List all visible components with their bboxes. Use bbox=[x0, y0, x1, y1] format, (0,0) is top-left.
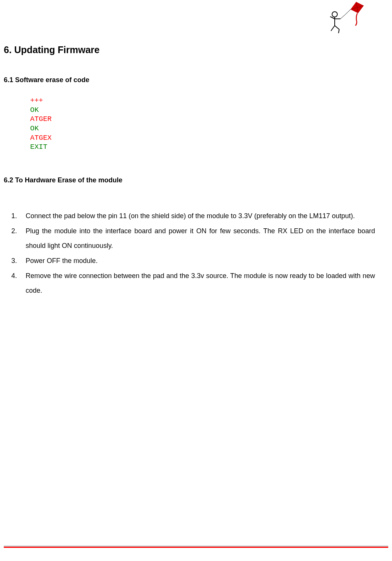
step-item: Connect the pad below the pin 11 (on the… bbox=[19, 209, 388, 224]
code-line: ATGER bbox=[30, 115, 388, 124]
step-item: Remove the wire connection between the p… bbox=[19, 269, 388, 298]
svg-line-7 bbox=[331, 26, 335, 31]
step-item: Power OFF the module. bbox=[19, 254, 388, 269]
kite-runner-icon bbox=[328, 0, 366, 37]
section-title: 6. Updating Firmware bbox=[4, 44, 388, 55]
footer-rule bbox=[4, 546, 388, 548]
code-line: EXIT bbox=[30, 142, 388, 152]
subsection-title-1: 6.1 Software erase of code bbox=[4, 76, 388, 84]
code-line: +++ bbox=[30, 96, 388, 105]
subsection-title-2: 6.2 To Hardware Erase of the module bbox=[4, 176, 388, 184]
code-block: +++ OK ATGER OK ATGEX EXIT bbox=[30, 96, 388, 152]
svg-point-3 bbox=[332, 12, 337, 17]
code-line: OK bbox=[30, 124, 388, 133]
step-item: Plug the module into the interface board… bbox=[19, 224, 388, 254]
svg-line-9 bbox=[338, 29, 339, 33]
svg-line-8 bbox=[335, 26, 339, 29]
steps-list: Connect the pad below the pin 11 (on the… bbox=[19, 209, 388, 298]
code-line: ATGEX bbox=[30, 133, 388, 143]
code-line: OK bbox=[30, 105, 388, 115]
